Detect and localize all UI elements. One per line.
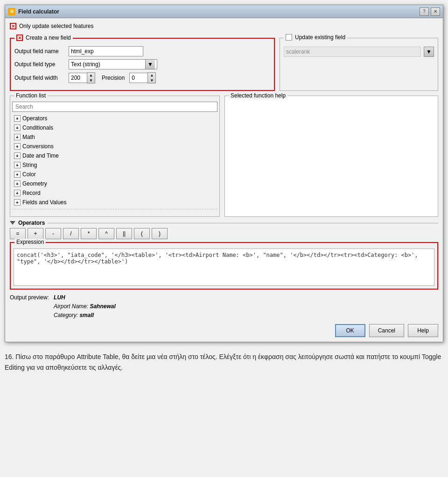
close-button[interactable]: ✕ bbox=[431, 7, 440, 16]
only-update-selected-checkbox[interactable]: ✕ bbox=[10, 23, 16, 29]
tree-item-operators[interactable]: + Operators bbox=[12, 114, 217, 123]
operators-collapse-icon[interactable] bbox=[10, 221, 15, 225]
update-field-value: scalerank bbox=[286, 48, 310, 55]
expression-text: concat('<h3>', "iata_code", '</h3><table… bbox=[17, 252, 418, 265]
help-dialog-button[interactable]: Help bbox=[408, 324, 438, 337]
preview-luh: LUH bbox=[54, 294, 65, 301]
ok-button[interactable]: OK bbox=[335, 324, 365, 337]
output-preview-label: Output preview: bbox=[10, 293, 49, 301]
operators-line bbox=[48, 223, 438, 223]
precision-spin-up[interactable]: ▲ bbox=[148, 73, 155, 78]
output-field-name-label: Output field name bbox=[14, 48, 66, 55]
function-tree: + Operators + Conditionals + Math + bbox=[12, 114, 217, 207]
op-btn-pipe[interactable]: || bbox=[116, 228, 132, 239]
update-field-legend-text: Update existing field bbox=[295, 34, 345, 41]
tree-label-fields-values: Fields and Values bbox=[22, 199, 67, 206]
tree-item-color[interactable]: + Color bbox=[12, 170, 217, 179]
tree-item-fields-values[interactable]: + Fields and Values bbox=[12, 198, 217, 207]
op-btn-open-paren[interactable]: ( bbox=[134, 228, 150, 239]
tree-label-color: Color bbox=[22, 171, 36, 178]
top-section: ✕ Create a new field Output field name O… bbox=[10, 33, 438, 91]
expand-record[interactable]: + bbox=[14, 190, 21, 196]
tree-label-conditionals: Conditionals bbox=[22, 124, 53, 131]
tree-item-conditionals[interactable]: + Conditionals bbox=[12, 123, 217, 132]
op-btn-minus[interactable]: - bbox=[45, 228, 61, 239]
expand-geometry[interactable]: + bbox=[14, 180, 21, 187]
bottom-paragraph: 16. Πίσω στο παράθυρο Attribute Table, θ… bbox=[5, 352, 443, 374]
window-title: Field calculator bbox=[18, 8, 420, 15]
middle-section: Function list + Operators + Conditionals bbox=[10, 96, 438, 217]
tree-item-string[interactable]: + String bbox=[12, 160, 217, 170]
create-field-checkbox[interactable]: ✕ bbox=[16, 35, 23, 41]
op-btn-caret[interactable]: ^ bbox=[98, 228, 114, 239]
op-btn-close-paren[interactable]: ) bbox=[152, 228, 168, 239]
precision-label: Precision bbox=[102, 75, 125, 81]
preview-line1: LUH bbox=[54, 293, 116, 302]
output-field-type-arrow: ▼ bbox=[145, 60, 155, 69]
width-spin-down[interactable]: ▼ bbox=[87, 78, 95, 83]
tree-item-date-time[interactable]: + Date and Time bbox=[12, 151, 217, 160]
output-field-type-value: Text (string) bbox=[71, 61, 100, 68]
output-field-name-row: Output field name bbox=[14, 46, 270, 56]
expand-math[interactable]: + bbox=[14, 134, 21, 140]
output-field-name-input[interactable] bbox=[69, 46, 143, 56]
expand-conversions[interactable]: + bbox=[14, 143, 21, 150]
create-field-legend: ✕ Create a new field bbox=[14, 35, 73, 41]
field-calculator-window: ⚙ Field calculator ? ✕ ✕ Only update sel… bbox=[5, 5, 443, 342]
selected-function-help-group: Selected function help bbox=[224, 96, 438, 217]
expand-operators[interactable]: + bbox=[14, 115, 21, 122]
expand-conditionals[interactable]: + bbox=[14, 124, 21, 131]
width-spin-up[interactable]: ▲ bbox=[87, 73, 95, 78]
tree-item-conversions[interactable]: + Conversions bbox=[12, 142, 217, 151]
output-field-width-value[interactable]: 200 bbox=[69, 73, 87, 83]
precision-spin-down[interactable]: ▼ bbox=[148, 78, 155, 83]
update-field-select[interactable]: scalerank bbox=[284, 47, 421, 57]
precision-spin: 0 ▲ ▼ bbox=[129, 72, 156, 83]
operator-buttons: = + - / * ^ || ( ) bbox=[10, 228, 438, 239]
function-list-content: + Operators + Conditionals + Math + bbox=[12, 102, 217, 207]
update-field-arrow: ▼ bbox=[424, 47, 434, 57]
cancel-button[interactable]: Cancel bbox=[369, 324, 404, 337]
update-field-checkbox[interactable] bbox=[286, 34, 292, 41]
output-field-width-spinners: ▲ ▼ bbox=[87, 72, 95, 83]
tree-label-math: Math bbox=[22, 134, 35, 140]
create-field-fields: Output field name Output field type Text… bbox=[14, 46, 270, 83]
only-update-selected-label: Only update selected features bbox=[19, 23, 93, 29]
function-list-separator bbox=[12, 209, 217, 209]
output-field-width-label: Output field width bbox=[14, 75, 66, 81]
precision-value[interactable]: 0 bbox=[129, 73, 148, 83]
tree-label-conversions: Conversions bbox=[22, 143, 54, 150]
tree-label-record: Record bbox=[22, 190, 41, 196]
function-search-input[interactable] bbox=[12, 102, 217, 112]
preview-category-value: small bbox=[79, 312, 94, 318]
tree-item-record[interactable]: + Record bbox=[12, 188, 217, 198]
op-btn-divide[interactable]: / bbox=[63, 228, 79, 239]
expression-area[interactable]: concat('<h3>', "iata_code", '</h3><table… bbox=[14, 249, 434, 286]
help-button[interactable]: ? bbox=[420, 7, 429, 16]
op-btn-equals[interactable]: = bbox=[10, 228, 26, 239]
op-btn-multiply[interactable]: * bbox=[81, 228, 97, 239]
create-field-legend-text: Create a new field bbox=[26, 35, 71, 41]
preview-line2: Airport Name: Sahnewal bbox=[54, 302, 116, 311]
output-preview-row: Output preview: LUH Airport Name: Sahnew… bbox=[10, 293, 438, 320]
operators-section-label: Operators bbox=[18, 220, 45, 226]
update-field-legend: Update existing field bbox=[284, 34, 347, 41]
expand-fields-values[interactable]: + bbox=[14, 199, 21, 206]
title-bar-controls: ? ✕ bbox=[420, 7, 440, 16]
expand-color[interactable]: + bbox=[14, 171, 21, 178]
operators-expand-section: Operators = + - / * ^ || ( ) bbox=[10, 220, 438, 239]
update-existing-field-group: Update existing field scalerank ▼ bbox=[280, 38, 438, 91]
function-list-legend: Function list bbox=[14, 92, 48, 99]
output-field-type-label: Output field type bbox=[14, 61, 66, 68]
expand-string[interactable]: + bbox=[14, 162, 21, 168]
output-field-type-select[interactable]: Text (string) ▼ bbox=[69, 59, 157, 69]
bottom-text-area: 16. Πίσω στο παράθυρο Attribute Table, θ… bbox=[0, 352, 448, 379]
tree-item-geometry[interactable]: + Geometry bbox=[12, 179, 217, 188]
window-icon: ⚙ bbox=[8, 8, 15, 15]
window-body: ✕ Only update selected features ✕ Create… bbox=[5, 18, 443, 342]
output-field-type-row: Output field type Text (string) ▼ bbox=[14, 59, 270, 69]
expression-group: Expression concat('<h3>', "iata_code", '… bbox=[10, 242, 438, 290]
tree-item-math[interactable]: + Math bbox=[12, 132, 217, 142]
op-btn-plus[interactable]: + bbox=[28, 228, 43, 239]
expand-date-time[interactable]: + bbox=[14, 152, 21, 159]
